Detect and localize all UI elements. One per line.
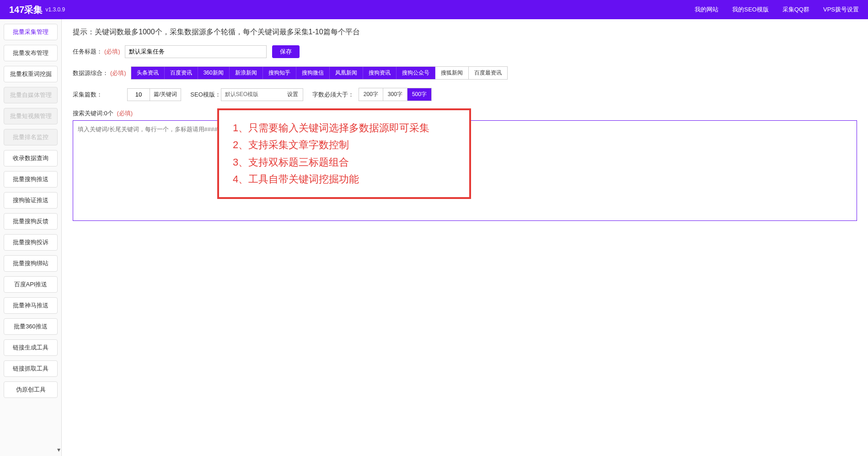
- sidebar-item[interactable]: 批量搜狗绑站: [4, 255, 58, 272]
- source-tag[interactable]: 360新闻: [198, 67, 230, 79]
- sidebar-item: 批量排名监控: [4, 129, 58, 145]
- sources-required: (必填): [110, 69, 126, 77]
- sidebar-item[interactable]: 批量360推送: [4, 318, 58, 335]
- source-tag[interactable]: 搜狗公众号: [396, 67, 435, 79]
- data-sources-row: 数据源综合： (必填) 头条资讯百度资讯360新闻新浪新闻搜狗知乎搜狗微信凤凰新…: [73, 66, 857, 80]
- sidebar-item[interactable]: 批量权重词挖掘: [4, 66, 58, 82]
- keywords-label: 搜索关键词:0个: [73, 110, 113, 117]
- task-title-label: 任务标题：: [73, 48, 102, 56]
- sources-label: 数据源综合：: [73, 69, 108, 77]
- wordcount-label: 字数必须大于：: [312, 91, 354, 99]
- sidebar-item[interactable]: 伪原创工具: [4, 381, 58, 398]
- wordcount-option[interactable]: 300字: [383, 88, 407, 101]
- header-nav: 我的网站 我的SEO模版 采集QQ群 VPS拨号设置: [695, 5, 859, 14]
- sidebar-item[interactable]: 批量发布管理: [4, 45, 58, 61]
- sidebar-item: 批量自媒体管理: [4, 87, 58, 103]
- sidebar-item[interactable]: 链接生成工具: [4, 339, 58, 356]
- seo-settings-button[interactable]: 设置: [283, 91, 303, 98]
- sidebar-item[interactable]: 链接抓取工具: [4, 360, 58, 377]
- seo-template-value: 默认SEO模版: [221, 91, 283, 98]
- source-tag[interactable]: 搜狗微信: [296, 67, 330, 79]
- nav-qq-group[interactable]: 采集QQ群: [782, 5, 809, 14]
- count-label: 采集篇数：: [73, 91, 102, 99]
- source-tag[interactable]: 搜狐新闻: [435, 67, 469, 79]
- keywords-required: (必填): [117, 110, 133, 117]
- sidebar-item: 批量短视频管理: [4, 108, 58, 124]
- task-title-required: (必填): [104, 48, 120, 56]
- source-tag[interactable]: 搜狗知乎: [263, 67, 296, 79]
- source-tag[interactable]: 凤凰新闻: [330, 67, 363, 79]
- sidebar-item[interactable]: 收录数据查询: [4, 150, 58, 166]
- seo-template-select[interactable]: 默认SEO模版 设置: [221, 88, 303, 101]
- app-header: 147采集 v1.3.0.9 我的网站 我的SEO模版 采集QQ群 VPS拨号设…: [0, 0, 868, 19]
- sidebar-collapse-icon[interactable]: ▾: [57, 446, 60, 453]
- nav-vps-dial[interactable]: VPS拨号设置: [823, 5, 859, 14]
- count-input[interactable]: [127, 88, 150, 101]
- sidebar-item[interactable]: 百度API推送: [4, 276, 58, 293]
- task-title-row: 任务标题： (必填) 保存: [73, 45, 857, 58]
- sidebar-item[interactable]: 批量搜狗投诉: [4, 234, 58, 251]
- hint-text: 提示：关键词数最多1000个，采集数据源多个轮循，每个关键词最多采集1-10篇每…: [73, 27, 857, 37]
- sidebar-item[interactable]: 搜狗验证推送: [4, 192, 58, 209]
- hint-prefix: 提示：: [73, 28, 95, 36]
- main-content: 提示：关键词数最多1000个，采集数据源多个轮循，每个关键词最多采集1-10篇每…: [62, 19, 868, 456]
- app-version: v1.3.0.9: [45, 6, 65, 13]
- source-tag[interactable]: 百度资讯: [165, 67, 198, 79]
- sidebar-item[interactable]: 批量搜狗推送: [4, 171, 58, 188]
- keywords-textarea[interactable]: [73, 120, 857, 221]
- count-suffix: 篇/关键词: [150, 88, 181, 101]
- wordcount-option[interactable]: 200字: [359, 88, 383, 101]
- collect-settings-row: 采集篇数： 篇/关键词 SEO模版： 默认SEO模版 设置 字数必须大于： 20…: [73, 88, 857, 101]
- wordcount-options: 200字300字500字: [359, 88, 432, 101]
- save-button[interactable]: 保存: [272, 45, 300, 58]
- sidebar-item[interactable]: 批量神马推送: [4, 297, 58, 314]
- app-title: 147采集: [9, 4, 43, 16]
- task-title-input[interactable]: [125, 45, 267, 58]
- nav-my-site[interactable]: 我的网站: [695, 5, 718, 14]
- source-tag[interactable]: 头条资讯: [131, 67, 165, 79]
- nav-my-seo-template[interactable]: 我的SEO模版: [732, 5, 768, 14]
- sidebar-item[interactable]: 批量采集管理: [4, 24, 58, 40]
- seo-label: SEO模版：: [190, 91, 220, 99]
- keywords-label-row: 搜索关键词:0个 (必填): [73, 109, 857, 118]
- hint-body: 关键词数最多1000个，采集数据源多个轮循，每个关键词最多采集1-10篇每个平台: [95, 28, 360, 36]
- source-tag[interactable]: 百度最资讯: [469, 67, 507, 79]
- source-tag[interactable]: 搜狗资讯: [363, 67, 396, 79]
- sidebar: 批量采集管理批量发布管理批量权重词挖掘批量自媒体管理批量短视频管理批量排名监控收…: [0, 19, 62, 456]
- sidebar-item[interactable]: 批量搜狗反馈: [4, 213, 58, 230]
- source-tag[interactable]: 新浪新闻: [230, 67, 263, 79]
- wordcount-option[interactable]: 500字: [407, 88, 431, 101]
- source-tags: 头条资讯百度资讯360新闻新浪新闻搜狗知乎搜狗微信凤凰新闻搜狗资讯搜狗公众号搜狐…: [131, 66, 508, 80]
